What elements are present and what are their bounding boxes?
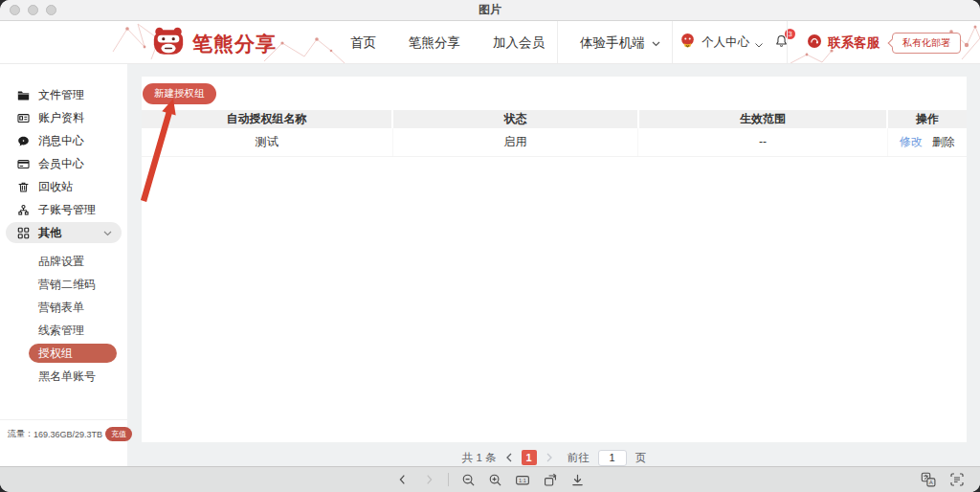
member-card-icon (17, 158, 30, 170)
toolbar-divider (448, 473, 449, 486)
sidebar-subitem-authorization-group[interactable]: 授权组 (29, 344, 117, 363)
translate-button[interactable]: A (921, 472, 936, 487)
nav-bixiong-share[interactable]: 笔熊分享 (409, 34, 460, 52)
next-image-button[interactable] (422, 473, 435, 486)
header-divider (787, 21, 788, 63)
zoom-out-button[interactable] (461, 473, 476, 487)
chevron-down-icon (103, 226, 112, 239)
goto-label: 前往 (568, 451, 590, 465)
viewer-window: 图片 (0, 0, 980, 492)
cell-scope: -- (638, 128, 887, 156)
edit-link[interactable]: 修改 (900, 135, 923, 148)
customer-service-icon (807, 34, 822, 53)
rotate-button[interactable] (543, 473, 558, 487)
download-button[interactable] (570, 473, 585, 487)
user-center-label: 个人中心 (702, 34, 749, 51)
traffic-usage: 流量： 169.36GB/29.3TB 充值 (0, 419, 127, 441)
sidebar-item-label: 消息中心 (38, 133, 84, 149)
page-number-current[interactable]: 1 (522, 450, 537, 465)
window-title: 图片 (0, 2, 980, 18)
pagination-total: 共 1 条 (462, 451, 497, 465)
sidebar-subitem-marketing-qrcode[interactable]: 营销二维码 (0, 273, 127, 296)
column-header-actions: 操作 (887, 110, 967, 128)
sidebar-subitem-leads-management[interactable]: 线索管理 (0, 319, 127, 342)
sidebar-subitem-blacklist-accounts[interactable]: 黑名单账号 (0, 365, 127, 388)
traffic-value: 169.36GB/29.3TB (33, 430, 102, 439)
sidebar: 文件管理 账户资料 消息中心 会员中心 回收站 (0, 64, 127, 466)
new-authorization-group-button[interactable]: 新建授权组 (143, 83, 216, 104)
sidebar-item-member-center[interactable]: 会员中心 (0, 152, 127, 175)
main-nav: 首页 笔熊分享 加入会员 (350, 21, 545, 64)
sidebar-item-account-profile[interactable]: 账户资料 (0, 106, 127, 129)
grid-icon (17, 227, 30, 239)
zoom-in-button[interactable] (488, 473, 502, 487)
column-header-scope: 生效范围 (638, 110, 887, 128)
svg-text:1:1: 1:1 (519, 477, 526, 482)
header-divider (557, 21, 558, 63)
traffic-label: 流量： (8, 428, 33, 440)
table-row: 测试 启用 -- 修改删除 (142, 128, 967, 156)
sidebar-item-file-management[interactable]: 文件管理 (0, 83, 127, 106)
delete-link[interactable]: 删除 (932, 135, 955, 148)
nav-join-member[interactable]: 加入会员 (493, 34, 545, 52)
next-page-button[interactable] (546, 453, 553, 462)
folder-icon (17, 89, 30, 101)
sidebar-item-subaccount-management[interactable]: 子账号管理 (0, 198, 127, 221)
image-content: 笔熊分享 首页 笔熊分享 加入会员 体验手机端 (0, 21, 980, 466)
sidebar-subitem-brand-settings[interactable]: 品牌设置 (0, 250, 127, 273)
user-center-menu[interactable]: 个人中心 3 (679, 21, 789, 64)
app-body: 文件管理 账户资料 消息中心 会员中心 回收站 (0, 64, 980, 466)
sidebar-item-others[interactable]: 其他 (6, 222, 122, 243)
brand-logo[interactable]: 笔熊分享 (151, 26, 277, 61)
column-header-status: 状态 (392, 110, 638, 128)
sidebar-submenu: 品牌设置 营销二维码 营销表单 线索管理 授权组 黑名单账号 (0, 250, 127, 388)
user-avatar (679, 33, 696, 53)
cell-actions: 修改删除 (887, 128, 967, 156)
trash-icon (17, 181, 30, 193)
sidebar-item-label: 账户资料 (38, 110, 84, 126)
cell-group-name: 测试 (142, 128, 392, 156)
pagination: 共 1 条 1 前往 页 (142, 450, 967, 465)
bear-logo-icon (151, 26, 186, 61)
chevron-down-icon (755, 34, 763, 52)
contact-support-label[interactable]: 联系客服 (828, 34, 880, 52)
sidebar-item-label: 回收站 (38, 179, 73, 195)
chevron-down-icon (652, 35, 660, 50)
authorization-group-table: 自动授权组名称 状态 生效范围 操作 测试 启用 -- (142, 110, 967, 157)
goto-page-input[interactable] (598, 450, 627, 466)
nav-home[interactable]: 首页 (350, 34, 376, 52)
main-content: 新建授权组 自动授权组名称 状态 生效范围 操作 (127, 64, 980, 466)
message-icon (17, 135, 30, 147)
titlebar: 图片 (0, 0, 980, 21)
page-unit-label: 页 (635, 451, 647, 465)
nav-mobile-experience[interactable]: 体验手机端 (580, 21, 660, 64)
header-divider (672, 21, 673, 63)
sidebar-item-recycle-bin[interactable]: 回收站 (0, 175, 127, 198)
previous-image-button[interactable] (396, 473, 410, 486)
private-deploy-tag[interactable]: 私有化部署 (892, 33, 961, 54)
nav-mobile-label: 体验手机端 (580, 34, 645, 52)
sidebar-item-message-center[interactable]: 消息中心 (0, 129, 127, 152)
contact-support: 联系客服 私有化部署 (807, 21, 961, 64)
cell-status: 启用 (392, 128, 638, 156)
live-text-button[interactable] (949, 472, 965, 487)
toolbar-center-group: 1:1 (396, 473, 585, 487)
sidebar-item-label: 其他 (38, 225, 61, 241)
sidebar-item-label: 子账号管理 (38, 202, 96, 218)
content-panel: 新建授权组 自动授权组名称 状态 生效范围 操作 (142, 77, 967, 442)
toolbar-right-group: A (921, 472, 965, 487)
table-header-row: 自动授权组名称 状态 生效范围 操作 (142, 110, 967, 128)
id-card-icon (17, 112, 30, 124)
actual-size-button[interactable]: 1:1 (515, 473, 530, 487)
viewer-toolbar: 1:1 A (0, 466, 980, 492)
subaccount-icon (17, 204, 30, 216)
sidebar-subitem-marketing-form[interactable]: 营销表单 (0, 296, 127, 319)
sidebar-item-label: 文件管理 (38, 87, 84, 103)
app-header: 笔熊分享 首页 笔熊分享 加入会员 体验手机端 (0, 21, 980, 64)
sidebar-item-label: 会员中心 (38, 156, 84, 172)
column-header-name: 自动授权组名称 (142, 110, 392, 128)
prev-page-button[interactable] (505, 453, 513, 462)
brand-name: 笔熊分享 (192, 31, 277, 57)
